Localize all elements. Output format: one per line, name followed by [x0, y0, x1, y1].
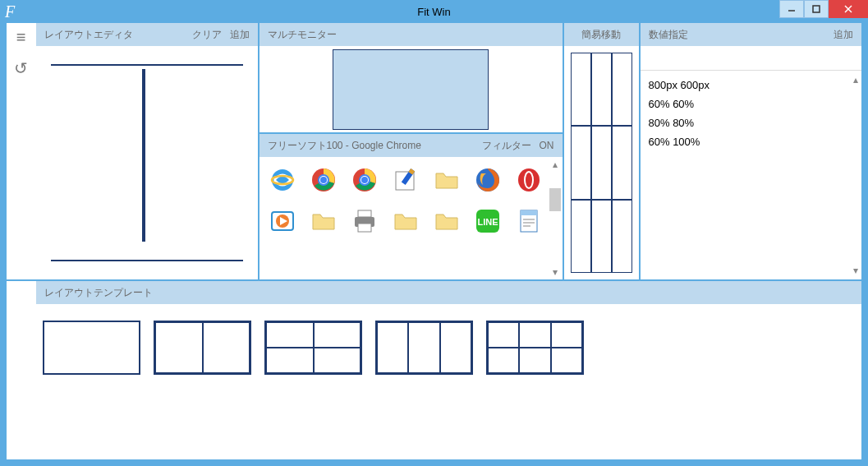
close-icon [843, 4, 853, 14]
quick-move-grid [564, 46, 639, 279]
minimize-button[interactable] [779, 0, 804, 18]
left-toolbar: ≡ ↺ [7, 23, 36, 279]
app-mediaplayer-icon[interactable] [268, 206, 297, 236]
numeric-header: 数値指定 追加 [641, 23, 862, 46]
window-controls [779, 0, 868, 18]
quick-move-cell[interactable] [571, 200, 591, 273]
minimize-icon [788, 5, 796, 13]
templates-body [36, 304, 861, 459]
numeric-item[interactable]: 60% 60% [649, 95, 854, 113]
template-3x1[interactable] [375, 321, 473, 375]
clear-button[interactable]: クリア [192, 28, 222, 42]
quick-move-cell[interactable] [591, 53, 612, 126]
monitor-thumbnail[interactable] [333, 49, 489, 130]
template-2x1[interactable] [154, 321, 251, 375]
quick-move-title: 簡易移動 [581, 28, 621, 42]
svg-point-13 [361, 177, 368, 183]
template-1x1[interactable] [43, 321, 140, 375]
scroll-down-icon[interactable]: ▾ [549, 266, 561, 278]
svg-rect-30 [521, 210, 537, 215]
numeric-panel: 数値指定 追加 800px 600px 60% 60% 80% 80% 60% … [641, 23, 862, 279]
quick-move-cell[interactable] [612, 200, 632, 273]
spacer [7, 281, 36, 459]
titlebar[interactable]: F Fit Win [0, 0, 868, 23]
app-folder-icon[interactable] [432, 165, 462, 195]
numeric-item[interactable]: 80% 80% [649, 113, 854, 132]
scroll-thumb[interactable] [549, 188, 561, 211]
numeric-title: 数値指定 [649, 28, 826, 42]
menu-icon[interactable]: ≡ [16, 28, 26, 47]
filter-label[interactable]: フィルター [482, 139, 531, 153]
scroll-up-icon[interactable]: ▴ [549, 159, 561, 170]
multi-monitor-body [259, 46, 563, 132]
active-window-title: フリーソフト100 - Google Chrome [268, 139, 474, 153]
middle-column: マルチモニター フリーソフト100 - Google Chrome フィルター … [259, 23, 564, 279]
quick-move-cell[interactable] [612, 126, 632, 199]
app-chrome-icon[interactable] [350, 165, 379, 195]
svg-rect-24 [358, 210, 371, 217]
app-opera-icon[interactable] [514, 165, 544, 195]
editor-guide-top [51, 64, 243, 66]
numeric-input[interactable] [641, 46, 862, 71]
app-folder-icon[interactable] [432, 206, 462, 236]
scrollbar[interactable]: ▴ ▾ [549, 157, 561, 279]
top-area: ≡ ↺ レイアウトエディタ クリア 追加 マルチモニター [7, 23, 861, 279]
svg-rect-1 [813, 6, 820, 12]
template-2x2[interactable] [264, 321, 362, 375]
window-picker-header: フリーソフト100 - Google Chrome フィルター ON [259, 134, 563, 157]
numeric-list: 800px 600px 60% 60% 80% 80% 60% 100% ▴ ▾ [641, 71, 862, 279]
quick-move-cell[interactable] [571, 126, 591, 199]
add-button[interactable]: 追加 [230, 28, 250, 42]
layout-editor-canvas[interactable] [36, 46, 258, 279]
app-ie-icon[interactable] [268, 165, 297, 195]
svg-point-20 [526, 173, 532, 187]
filter-on[interactable]: ON [540, 140, 554, 151]
svg-text:LINE: LINE [477, 217, 498, 227]
templates-header: レイアウトテンプレート [36, 281, 861, 304]
maximize-button[interactable] [804, 0, 829, 18]
editor-divider[interactable] [142, 69, 145, 242]
multi-monitor-title: マルチモニター [268, 28, 554, 42]
scroll-up-icon[interactable]: ▴ [853, 74, 858, 85]
svg-point-9 [320, 177, 327, 183]
quick-move-cell[interactable] [612, 53, 632, 126]
numeric-item[interactable]: 800px 600px [649, 76, 854, 95]
app-chrome-icon[interactable] [309, 165, 338, 195]
quick-move-cell[interactable] [571, 53, 591, 126]
layout-editor-panel: レイアウトエディタ クリア 追加 [36, 23, 259, 279]
scroll-down-icon[interactable]: ▾ [853, 265, 858, 276]
close-button[interactable] [829, 0, 868, 18]
layout-editor-header: レイアウトエディタ クリア 追加 [36, 23, 258, 46]
app-folder-icon[interactable] [309, 206, 338, 236]
app-printer-icon[interactable] [350, 206, 379, 236]
quick-move-cell[interactable] [591, 126, 612, 199]
app-firefox-icon[interactable] [473, 165, 503, 195]
editor-guide-bottom [51, 260, 243, 261]
numeric-item[interactable]: 60% 100% [649, 132, 854, 151]
multi-monitor-header: マルチモニター [259, 23, 563, 46]
undo-icon[interactable]: ↺ [14, 58, 28, 78]
quick-move-panel: 簡易移動 [564, 23, 641, 279]
window-title: Fit Win [0, 6, 868, 18]
content: ≡ ↺ レイアウトエディタ クリア 追加 マルチモニター [7, 23, 861, 459]
quick-move-body [564, 46, 639, 279]
app-notepad-icon[interactable] [391, 165, 420, 195]
app-wordpad-icon[interactable] [514, 206, 544, 236]
quick-move-cell[interactable] [591, 200, 612, 273]
window-picker-panel: フリーソフト100 - Google Chrome フィルター ON [259, 132, 563, 279]
maximize-icon [812, 5, 820, 13]
svg-rect-26 [358, 224, 371, 232]
bottom-area: レイアウトテンプレート [7, 279, 861, 459]
multi-monitor-panel: マルチモニター [259, 23, 563, 132]
numeric-add-button[interactable]: 追加 [834, 28, 853, 42]
templates-title: レイアウトテンプレート [44, 286, 853, 300]
quick-move-header: 簡易移動 [564, 23, 639, 46]
app-folder-icon[interactable] [391, 206, 420, 236]
app-line-icon[interactable]: LINE [473, 206, 503, 236]
template-3x2[interactable] [486, 321, 584, 375]
templates-panel: レイアウトテンプレート [36, 281, 861, 459]
window-icons-grid: LINE ▴ ▾ [259, 157, 563, 279]
layout-editor-title: レイアウトエディタ [44, 28, 184, 42]
